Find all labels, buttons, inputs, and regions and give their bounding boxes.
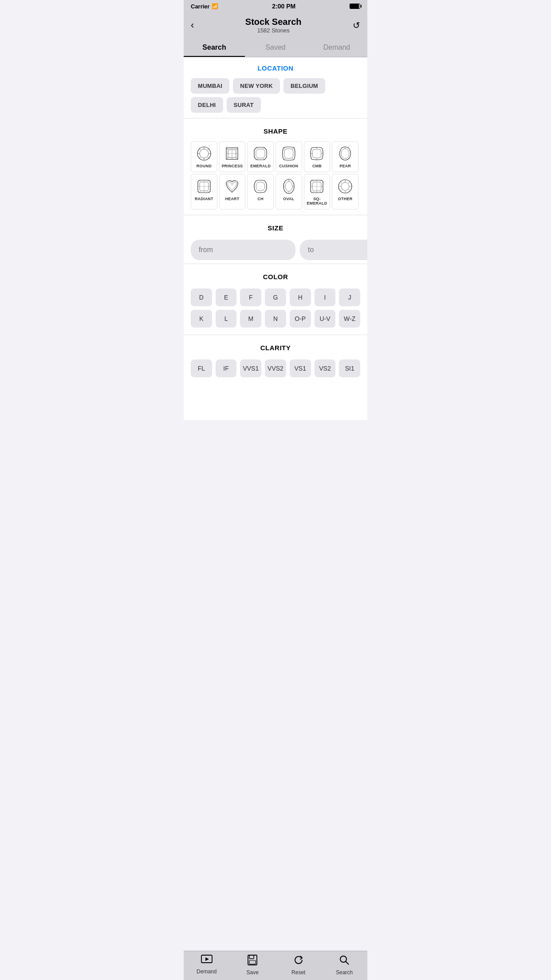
svg-line-21: [263, 158, 264, 160]
svg-line-45: [312, 191, 314, 193]
shape-cmb[interactable]: CMB: [304, 141, 331, 172]
battery-icon: [350, 4, 360, 9]
color-f[interactable]: F: [240, 288, 261, 306]
shape-pear[interactable]: PEAR: [332, 141, 358, 172]
clarity-vs2[interactable]: VS2: [315, 360, 336, 377]
princess-icon: [224, 145, 240, 162]
svg-line-22: [284, 147, 285, 149]
tab-demand[interactable]: Demand: [306, 38, 367, 57]
shape-other[interactable]: OTHER: [332, 174, 358, 209]
clarity-vvs1[interactable]: VVS1: [240, 360, 261, 377]
shape-radiant[interactable]: RADIANT: [191, 174, 217, 209]
svg-line-55: [340, 182, 342, 184]
size-from-input[interactable]: [191, 240, 295, 260]
shape-ch-label: CH: [257, 197, 263, 201]
sq-emerald-icon: [308, 178, 325, 195]
shape-oval[interactable]: OVAL: [276, 174, 302, 209]
svg-line-56: [348, 190, 350, 192]
color-d[interactable]: D: [191, 288, 212, 306]
color-uv[interactable]: U-V: [315, 310, 336, 328]
svg-line-43: [312, 180, 314, 182]
shape-round-label: ROUND: [197, 164, 212, 168]
shape-ch[interactable]: CH: [247, 174, 274, 209]
color-row1: D E F G H I J: [184, 288, 367, 306]
svg-line-58: [340, 190, 342, 192]
wifi-icon: 📶: [212, 3, 218, 9]
nav-bar: ‹ Stock Search 1582 Stones ↺: [184, 12, 367, 38]
color-e[interactable]: E: [216, 288, 237, 306]
clarity-si1[interactable]: SI1: [339, 360, 360, 377]
location-newyork[interactable]: NEW YORK: [233, 78, 280, 94]
status-time: 2:00 PM: [272, 3, 295, 10]
svg-line-25: [292, 158, 294, 160]
shape-radiant-label: RADIANT: [195, 197, 213, 201]
cushion-icon: [280, 145, 297, 162]
tab-search[interactable]: Search: [184, 38, 245, 57]
svg-point-1: [200, 149, 209, 158]
refresh-button[interactable]: ↺: [353, 20, 360, 31]
svg-point-50: [341, 182, 349, 190]
svg-line-23: [292, 147, 294, 149]
shape-emerald[interactable]: EMERALD: [247, 141, 274, 172]
ch-icon: [252, 178, 269, 195]
shape-pear-label: PEAR: [339, 164, 351, 168]
tab-bar: Search Saved Demand: [184, 38, 367, 57]
main-content: LOCATION MUMBAI NEW YORK BELGIUM DELHI S…: [184, 57, 367, 420]
shape-sq-emerald-label: SQ-EMERALD: [306, 197, 328, 205]
shape-princess[interactable]: PRINCESS: [219, 141, 246, 172]
size-title: SIZE: [191, 224, 360, 232]
nav-title-group: Stock Search 1582 Stones: [245, 17, 302, 34]
svg-line-46: [320, 191, 322, 193]
shape-cushion[interactable]: CUSHION: [276, 141, 302, 172]
shape-princess-label: PRINCESS: [222, 164, 243, 168]
color-g[interactable]: G: [265, 288, 286, 306]
svg-line-12: [226, 148, 228, 150]
pear-icon: [337, 145, 354, 162]
status-bar: Carrier 📶 2:00 PM: [184, 0, 367, 12]
clarity-vs1[interactable]: VS1: [290, 360, 311, 377]
clarity-fl[interactable]: FL: [191, 360, 212, 377]
svg-point-38: [285, 182, 292, 191]
nav-title: Stock Search: [245, 17, 302, 27]
color-j[interactable]: J: [339, 288, 360, 306]
shape-cmb-label: CMB: [312, 164, 322, 168]
color-m[interactable]: M: [240, 310, 261, 328]
svg-line-44: [320, 180, 322, 182]
location-belgium[interactable]: BELGIUM: [283, 78, 325, 94]
color-op[interactable]: O-P: [290, 310, 311, 328]
color-i[interactable]: I: [315, 288, 336, 306]
svg-line-19: [263, 147, 264, 149]
color-wz[interactable]: W-Z: [339, 310, 360, 328]
clarity-if[interactable]: IF: [216, 360, 237, 377]
nav-subtitle: 1582 Stones: [245, 27, 302, 34]
shape-sq-emerald[interactable]: SQ-EMERALD: [304, 174, 331, 209]
color-title: COLOR: [191, 273, 360, 281]
clarity-section: CLARITY: [184, 337, 367, 360]
location-delhi[interactable]: DELHI: [191, 97, 223, 113]
heart-icon: [224, 178, 240, 195]
shape-round[interactable]: ROUND: [191, 141, 217, 172]
back-button[interactable]: ‹: [191, 20, 194, 31]
shape-grid: ROUND PRINCESS: [191, 141, 360, 209]
color-l[interactable]: L: [216, 310, 237, 328]
location-surat[interactable]: SURAT: [227, 97, 261, 113]
shape-title: SHAPE: [191, 127, 360, 135]
location-grid: MUMBAI NEW YORK BELGIUM DELHI SURAT: [191, 78, 360, 113]
clarity-title: CLARITY: [191, 344, 360, 352]
size-section: SIZE: [184, 217, 367, 240]
shape-heart[interactable]: HEART: [219, 174, 246, 209]
color-k[interactable]: K: [191, 310, 212, 328]
color-h[interactable]: H: [290, 288, 311, 306]
carrier-label: Carrier: [191, 3, 210, 10]
size-to-input[interactable]: [300, 240, 367, 260]
clarity-vvs2[interactable]: VVS2: [265, 360, 286, 377]
location-title: LOCATION: [191, 64, 360, 72]
status-right: [350, 4, 360, 9]
location-mumbai[interactable]: MUMBAI: [191, 78, 229, 94]
other-icon: [337, 178, 354, 195]
color-n[interactable]: N: [265, 310, 286, 328]
shape-cushion-label: CUSHION: [279, 164, 298, 168]
tab-saved[interactable]: Saved: [245, 38, 306, 57]
color-row2: K L M N O-P U-V W-Z: [184, 310, 367, 328]
status-left: Carrier 📶: [191, 3, 218, 10]
